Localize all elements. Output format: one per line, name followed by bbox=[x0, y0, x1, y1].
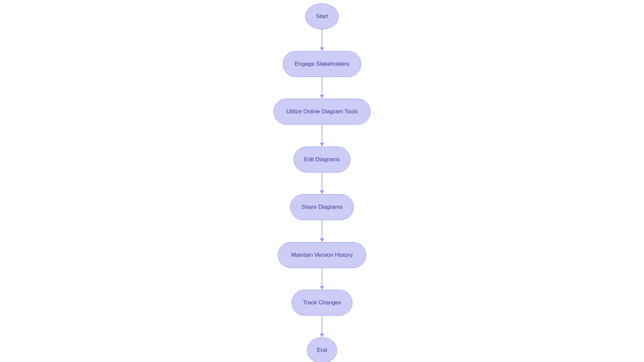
node-label: Edit Diagrams bbox=[304, 156, 340, 163]
arrowhead-icon bbox=[320, 47, 324, 51]
arrowhead-icon bbox=[320, 334, 324, 337]
node-label: Engage Stakeholders bbox=[295, 61, 350, 67]
node-utilize-tools: Utilize Online Diagram Tools bbox=[273, 99, 371, 125]
arrow-line bbox=[322, 29, 322, 47]
node-share-diagrams: Share Diagrams bbox=[290, 194, 354, 220]
arrow-line bbox=[322, 77, 322, 95]
arrow-line bbox=[322, 268, 322, 286]
arrowhead-icon bbox=[320, 95, 324, 99]
node-engage-stakeholders: Engage Stakeholders bbox=[283, 51, 361, 77]
arrowhead-icon bbox=[320, 238, 324, 242]
node-label: Start bbox=[316, 13, 328, 20]
node-label: Track Changes bbox=[303, 299, 341, 306]
flowchart-container: Start Engage Stakeholders Utilize Online… bbox=[221, 0, 423, 362]
arrow-line bbox=[322, 173, 322, 190]
arrowhead-icon bbox=[320, 143, 324, 146]
node-end: End bbox=[307, 337, 337, 362]
node-label: Utilize Online Diagram Tools bbox=[286, 108, 358, 115]
node-maintain-version: Maintain Version History bbox=[278, 242, 366, 268]
node-label: Share Diagrams bbox=[302, 204, 343, 210]
node-edit-diagrams: Edit Diagrams bbox=[293, 146, 351, 173]
node-start: Start bbox=[305, 3, 339, 29]
node-label: Maintain Version History bbox=[291, 252, 353, 258]
arrowhead-icon bbox=[320, 286, 324, 290]
arrow-line bbox=[322, 220, 322, 238]
arrow-line bbox=[322, 125, 322, 143]
node-label: End bbox=[317, 347, 327, 354]
node-track-changes: Track Changes bbox=[291, 290, 353, 316]
arrow-line bbox=[322, 316, 322, 334]
arrowhead-icon bbox=[320, 190, 324, 194]
